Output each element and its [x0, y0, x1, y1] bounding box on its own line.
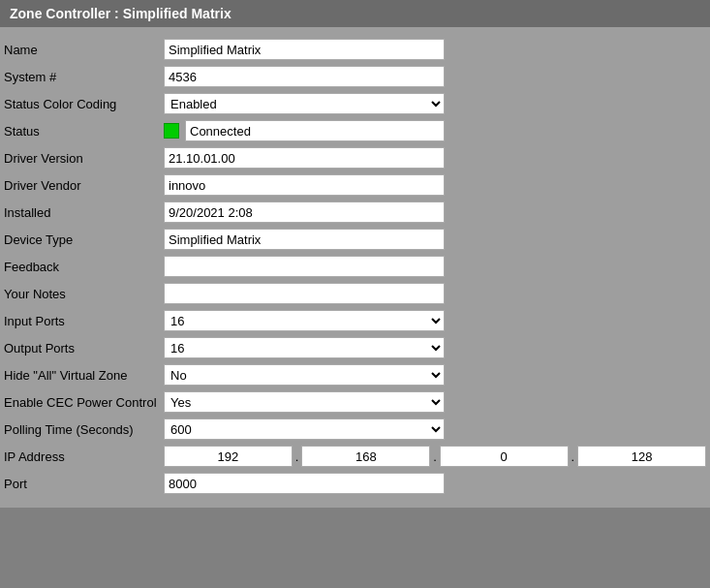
hide-all-row: Hide "All" Virtual Zone No Yes — [0, 362, 710, 387]
enable-cec-label: Enable CEC Power Control — [4, 395, 164, 410]
output-ports-control: 16 8 4 — [164, 337, 445, 358]
ip-octet-1[interactable] — [164, 446, 293, 467]
port-row: Port — [0, 471, 710, 496]
ip-octet-3[interactable] — [440, 446, 569, 467]
device-type-row: Device Type — [0, 227, 710, 252]
driver-version-control — [164, 147, 445, 169]
polling-select[interactable]: 600 300 60 — [164, 418, 445, 440]
your-notes-row: Your Notes — [0, 281, 710, 306]
input-ports-row: Input Ports 16 8 4 — [0, 308, 710, 333]
driver-version-row: Driver Version — [0, 145, 710, 170]
system-row: System # — [0, 64, 710, 89]
status-color-control: Enabled Disabled — [164, 93, 445, 114]
system-control — [164, 66, 445, 87]
input-ports-control: 16 8 4 — [164, 310, 445, 331]
name-control — [164, 39, 445, 60]
status-text: Connected — [185, 120, 445, 141]
ip-octet-2[interactable] — [301, 446, 430, 467]
hide-all-label: Hide "All" Virtual Zone — [4, 368, 164, 383]
enable-cec-control: Yes No — [164, 391, 445, 413]
ip-dot-2: . — [430, 449, 440, 464]
enable-cec-row: Enable CEC Power Control Yes No — [0, 389, 710, 415]
hide-all-control: No Yes — [164, 364, 445, 386]
driver-version-input[interactable] — [164, 147, 445, 169]
device-type-input[interactable] — [164, 229, 445, 250]
driver-vendor-input[interactable] — [164, 174, 445, 196]
ip-dot-3: . — [569, 449, 578, 464]
installed-label: Installed — [4, 205, 164, 220]
window-title: Zone Controller : Simplified Matrix — [0, 0, 710, 27]
input-ports-select[interactable]: 16 8 4 — [164, 310, 445, 331]
output-ports-select[interactable]: 16 8 4 — [164, 337, 445, 358]
driver-vendor-label: Driver Vendor — [4, 178, 164, 193]
driver-version-label: Driver Version — [4, 151, 164, 166]
system-label: System # — [4, 70, 164, 84]
polling-label: Polling Time (Seconds) — [4, 422, 164, 437]
output-ports-row: Output Ports 16 8 4 — [0, 335, 710, 360]
feedback-control — [164, 256, 445, 277]
name-input[interactable] — [164, 39, 445, 60]
your-notes-label: Your Notes — [4, 287, 164, 301]
polling-row: Polling Time (Seconds) 600 300 60 — [0, 417, 710, 442]
polling-control: 600 300 60 — [164, 418, 445, 440]
feedback-input[interactable] — [164, 256, 445, 277]
port-control — [164, 473, 445, 494]
status-control: Connected — [164, 120, 445, 141]
status-color-row: Status Color Coding Enabled Disabled — [0, 91, 710, 116]
status-row: Status Connected — [0, 118, 710, 143]
device-type-control — [164, 229, 445, 250]
ip-address-label: IP Address — [4, 449, 164, 464]
hide-all-select[interactable]: No Yes — [164, 364, 445, 386]
feedback-row: Feedback — [0, 254, 710, 279]
driver-vendor-row: Driver Vendor — [0, 172, 710, 198]
port-label: Port — [4, 477, 164, 491]
ip-address-control: . . . — [164, 446, 706, 467]
status-indicator — [164, 123, 179, 139]
device-type-label: Device Type — [4, 232, 164, 247]
system-input[interactable] — [164, 66, 445, 87]
output-ports-label: Output Ports — [4, 341, 164, 356]
name-label: Name — [4, 43, 164, 57]
installed-control — [164, 201, 445, 223]
status-color-label: Status Color Coding — [4, 97, 164, 111]
your-notes-input[interactable] — [164, 283, 445, 304]
driver-vendor-control — [164, 174, 445, 196]
installed-input[interactable] — [164, 201, 445, 223]
port-input[interactable] — [164, 473, 445, 494]
status-label: Status — [4, 124, 164, 139]
ip-octet-4[interactable] — [577, 446, 706, 467]
installed-row: Installed — [0, 200, 710, 225]
your-notes-control — [164, 283, 445, 304]
status-color-select[interactable]: Enabled Disabled — [164, 93, 445, 114]
name-row: Name — [0, 37, 710, 62]
form-container: Name System # Status Color Coding Enable… — [0, 27, 710, 508]
input-ports-label: Input Ports — [4, 314, 164, 328]
ip-dot-1: . — [293, 449, 302, 464]
feedback-label: Feedback — [4, 260, 164, 274]
enable-cec-select[interactable]: Yes No — [164, 391, 445, 413]
ip-address-row: IP Address . . . — [0, 444, 710, 469]
